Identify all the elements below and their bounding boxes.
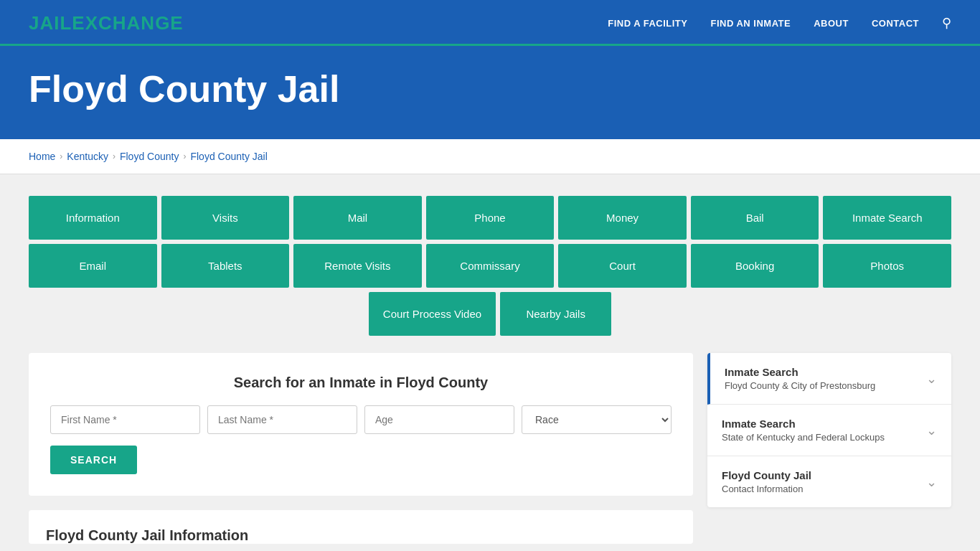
nav-contact[interactable]: CONTACT	[872, 18, 919, 29]
sidebar-item-contact[interactable]: Floyd County Jail Contact Information ⌄	[707, 456, 951, 507]
tab-information[interactable]: Information	[29, 196, 157, 240]
breadcrumb-current: Floyd County Jail	[190, 151, 267, 162]
tab-commissary[interactable]: Commissary	[426, 244, 555, 288]
race-select[interactable]: Race White Black Hispanic Asian Other	[522, 405, 672, 434]
chevron-down-icon-2: ⌄	[926, 423, 937, 438]
sidebar-item-contact-title: Floyd County Jail	[722, 469, 811, 481]
sidebar-item-local-subtitle: Floyd County & City of Prestonsburg	[725, 380, 875, 391]
sep-1: ›	[60, 151, 62, 161]
hero-section: Floyd County Jail	[0, 46, 980, 139]
search-button[interactable]: SEARCH	[50, 446, 137, 474]
sidebar-item-local[interactable]: Inmate Search Floyd County & City of Pre…	[707, 353, 951, 405]
sidebar: Inmate Search Floyd County & City of Pre…	[707, 353, 951, 507]
chevron-down-icon: ⌄	[926, 371, 937, 387]
tab-booking[interactable]: Booking	[691, 244, 819, 288]
info-title: Floyd County Jail Information	[46, 527, 676, 544]
tab-nearby-jails[interactable]: Nearby Jails	[500, 292, 611, 336]
tab-court[interactable]: Court	[558, 244, 687, 288]
sidebar-item-local-text: Inmate Search Floyd County & City of Pre…	[725, 366, 875, 391]
tab-money[interactable]: Money	[558, 196, 687, 240]
nav-about[interactable]: ABOUT	[814, 18, 849, 29]
content-row: Search for an Inmate in Floyd County Rac…	[29, 353, 951, 547]
sep-2: ›	[113, 151, 116, 161]
sidebar-item-contact-subtitle: Contact Information	[722, 484, 811, 494]
logo-exchange: EXCHANGE	[72, 12, 183, 34]
page-title: Floyd County Jail	[29, 67, 951, 110]
tab-email[interactable]: Email	[29, 244, 157, 288]
breadcrumb-kentucky[interactable]: Kentucky	[67, 151, 108, 162]
search-icon[interactable]: ⚲	[942, 15, 951, 31]
tab-visits[interactable]: Visits	[161, 196, 290, 240]
age-input[interactable]	[364, 405, 514, 434]
breadcrumb: Home › Kentucky › Floyd County › Floyd C…	[29, 151, 951, 162]
logo-jail: JAIL	[29, 12, 72, 34]
left-column: Search for an Inmate in Floyd County Rac…	[29, 353, 693, 547]
tab-inmate-search[interactable]: Inmate Search	[823, 196, 951, 240]
sidebar-item-state-text: Inmate Search State of Kentucky and Fede…	[722, 418, 885, 443]
site-logo[interactable]: JAILEXCHANGE	[29, 12, 184, 34]
search-fields: Race White Black Hispanic Asian Other	[50, 405, 672, 434]
tabs-row1: Information Visits Mail Phone Money Bail…	[29, 196, 951, 240]
tabs-row2: Email Tablets Remote Visits Commissary C…	[29, 244, 951, 288]
breadcrumb-bar: Home › Kentucky › Floyd County › Floyd C…	[0, 139, 980, 174]
breadcrumb-home[interactable]: Home	[29, 151, 55, 162]
tab-remote-visits[interactable]: Remote Visits	[293, 244, 422, 288]
info-section: Floyd County Jail Information	[29, 510, 693, 544]
main-content: Information Visits Mail Phone Money Bail…	[0, 174, 980, 551]
nav-find-inmate[interactable]: FIND AN INMATE	[710, 18, 791, 29]
sidebar-item-state-subtitle: State of Kentucky and Federal Lockups	[722, 432, 885, 443]
first-name-input[interactable]	[50, 405, 200, 434]
search-box: Search for an Inmate in Floyd County Rac…	[29, 353, 693, 496]
tab-court-process-video[interactable]: Court Process Video	[369, 292, 496, 336]
tab-photos[interactable]: Photos	[823, 244, 951, 288]
sidebar-item-contact-text: Floyd County Jail Contact Information	[722, 469, 811, 494]
breadcrumb-floyd-county[interactable]: Floyd County	[120, 151, 179, 162]
tab-phone[interactable]: Phone	[426, 196, 555, 240]
chevron-down-icon-3: ⌄	[926, 474, 937, 490]
sidebar-item-state-title: Inmate Search	[722, 418, 885, 430]
nav-links: FIND A FACILITY FIND AN INMATE ABOUT CON…	[608, 15, 951, 31]
nav-find-facility[interactable]: FIND A FACILITY	[608, 18, 687, 29]
sidebar-item-state[interactable]: Inmate Search State of Kentucky and Fede…	[707, 405, 951, 456]
tabs-row3: Court Process Video Nearby Jails	[29, 292, 951, 336]
search-title: Search for an Inmate in Floyd County	[50, 375, 672, 391]
sidebar-card: Inmate Search Floyd County & City of Pre…	[707, 353, 951, 507]
tab-tablets[interactable]: Tablets	[161, 244, 290, 288]
tab-mail[interactable]: Mail	[293, 196, 422, 240]
sidebar-item-local-title: Inmate Search	[725, 366, 875, 378]
navbar: JAILEXCHANGE FIND A FACILITY FIND AN INM…	[0, 0, 980, 46]
last-name-input[interactable]	[207, 405, 357, 434]
tab-bail[interactable]: Bail	[691, 196, 819, 240]
sep-3: ›	[183, 151, 186, 161]
